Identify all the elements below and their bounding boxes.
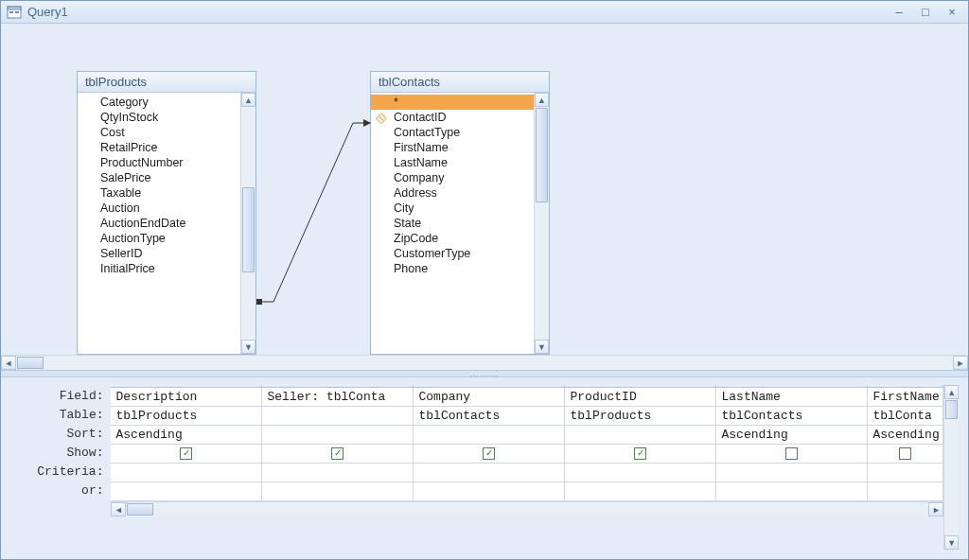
show-checkbox[interactable] (483, 447, 495, 460)
field-item[interactable]: Address (371, 185, 534, 201)
field-item[interactable]: InitialPrice (78, 261, 240, 276)
field-item[interactable]: CustomerType (371, 246, 534, 261)
grid-cell-table[interactable]: tblProducts (111, 407, 262, 426)
scrollbar-thumb[interactable] (536, 108, 548, 202)
grid-cell-sort[interactable] (565, 426, 716, 445)
field-item[interactable]: Category (78, 95, 240, 110)
table-tblProducts[interactable]: tblProductsCategoryQtyInStockCostRetailP… (77, 71, 256, 355)
show-checkbox[interactable] (785, 447, 798, 460)
field-item[interactable]: State (371, 216, 534, 231)
show-checkbox[interactable] (634, 447, 646, 460)
grid-cell-show[interactable] (868, 445, 943, 464)
minimize-button[interactable]: – (889, 5, 909, 20)
grid-cell-or[interactable] (716, 482, 868, 501)
field-item[interactable]: ⚿ContactID (371, 110, 534, 125)
scroll-right-icon[interactable]: ► (953, 356, 968, 370)
grid-cell-field[interactable]: LastName (716, 388, 868, 407)
field-item[interactable]: QtyInStock (78, 110, 240, 125)
scroll-left-icon[interactable]: ◄ (1, 356, 16, 370)
grid-cell-field[interactable]: ProductID (565, 388, 716, 407)
grid-cell-sort[interactable]: Ascending (868, 426, 943, 445)
grid-cell-sort[interactable]: Ascending (111, 426, 262, 445)
field-list[interactable]: CategoryQtyInStockCostRetailPriceProduct… (78, 93, 240, 354)
field-item[interactable]: Taxable (78, 185, 240, 201)
grid-cell-or[interactable] (565, 482, 716, 501)
grid-cell-sort[interactable] (414, 426, 565, 445)
scroll-right-icon[interactable]: ► (928, 502, 943, 516)
grid-cell-show[interactable] (716, 445, 868, 464)
field-item[interactable]: FirstName (371, 140, 534, 155)
grid-cell-table[interactable]: tblContacts (414, 407, 565, 426)
h-scrollbar-top[interactable]: ◄ ► (1, 355, 968, 370)
grid-cell-field[interactable]: Company (414, 388, 565, 407)
show-checkbox[interactable] (180, 447, 192, 460)
field-item[interactable]: Company (371, 170, 534, 185)
field-item[interactable]: * (371, 95, 534, 110)
field-item[interactable]: ContactType (371, 125, 534, 140)
grid-v-scrollbar[interactable]: ▲ ▼ (943, 385, 959, 550)
field-item[interactable]: City (371, 201, 534, 216)
grid-cell-table[interactable] (262, 407, 414, 426)
scroll-left-icon[interactable]: ◄ (111, 502, 126, 516)
grid-cell-show[interactable] (565, 445, 716, 464)
show-checkbox[interactable] (899, 447, 911, 460)
restore-button[interactable]: □ (915, 5, 936, 20)
grid-cell-field[interactable]: Description (111, 388, 262, 407)
grid-cell-show[interactable] (111, 445, 262, 464)
grid-cell-or[interactable] (868, 482, 943, 501)
grid-cell-sort[interactable] (262, 426, 414, 445)
scrollbar-thumb[interactable] (127, 503, 153, 516)
field-item[interactable]: ZipCode (371, 231, 534, 246)
grid-h-scrollbar[interactable]: ◄ ► (111, 501, 943, 516)
field-item[interactable]: Phone (371, 261, 534, 276)
field-item[interactable]: Cost (78, 125, 240, 140)
pane-splitter[interactable]: ……… (1, 370, 968, 377)
grid-cell-criteria[interactable] (262, 464, 414, 482)
query-grid[interactable]: DescriptionSeller: tblContaCompanyProduc… (111, 385, 943, 501)
field-list[interactable]: *⚿ContactIDContactTypeFirstNameLastNameC… (371, 93, 534, 354)
table-title[interactable]: tblContacts (371, 72, 549, 93)
scrollbar-thumb[interactable] (17, 357, 44, 369)
field-item[interactable]: SalePrice (78, 170, 240, 185)
grid-cell-table[interactable]: tblConta (868, 407, 943, 426)
grid-cell-criteria[interactable] (716, 464, 868, 482)
grid-cell-table[interactable]: tblContacts (716, 407, 868, 426)
grid-cell-field[interactable]: FirstName (868, 388, 943, 407)
scroll-up-icon[interactable]: ▲ (535, 93, 549, 107)
field-label: RetailPrice (100, 141, 157, 154)
grid-cell-criteria[interactable] (565, 464, 716, 482)
field-item[interactable]: SellerID (78, 246, 240, 261)
grid-cell-show[interactable] (262, 445, 414, 464)
close-button[interactable]: × (942, 5, 962, 20)
scroll-up-icon[interactable]: ▲ (241, 93, 255, 107)
scrollbar-thumb[interactable] (242, 187, 255, 272)
field-item[interactable]: Auction (78, 201, 240, 216)
scroll-up-icon[interactable]: ▲ (944, 385, 959, 399)
field-item[interactable]: AuctionType (78, 231, 240, 246)
grid-cell-table[interactable]: tblProducts (565, 407, 716, 426)
grid-cell-show[interactable] (414, 445, 565, 464)
field-item[interactable]: ProductNumber (78, 155, 240, 170)
grid-cell-sort[interactable]: Ascending (716, 426, 868, 445)
grid-cell-or[interactable] (111, 482, 262, 501)
grid-cell-or[interactable] (414, 482, 565, 501)
relationship-pane[interactable]: tblProductsCategoryQtyInStockCostRetailP… (1, 24, 968, 355)
grid-cell-criteria[interactable] (414, 464, 565, 482)
field-label: AuctionEndDate (100, 217, 185, 230)
scroll-down-icon[interactable]: ▼ (241, 340, 255, 354)
scrollbar-thumb[interactable] (945, 400, 958, 419)
show-checkbox[interactable] (331, 447, 344, 460)
grid-cell-criteria[interactable] (868, 464, 943, 482)
table-tblContacts[interactable]: tblContacts*⚿ContactIDContactTypeFirstNa… (370, 71, 550, 355)
table-v-scrollbar[interactable]: ▲▼ (534, 93, 549, 354)
scroll-down-icon[interactable]: ▼ (535, 340, 549, 354)
table-title[interactable]: tblProducts (78, 72, 255, 93)
scroll-down-icon[interactable]: ▼ (944, 535, 959, 550)
field-item[interactable]: RetailPrice (78, 140, 240, 155)
grid-cell-or[interactable] (262, 482, 414, 501)
grid-cell-field[interactable]: Seller: tblConta (262, 388, 414, 407)
field-item[interactable]: LastName (371, 155, 534, 170)
field-item[interactable]: AuctionEndDate (78, 216, 240, 231)
grid-cell-criteria[interactable] (111, 464, 262, 482)
table-v-scrollbar[interactable]: ▲▼ (240, 93, 255, 354)
